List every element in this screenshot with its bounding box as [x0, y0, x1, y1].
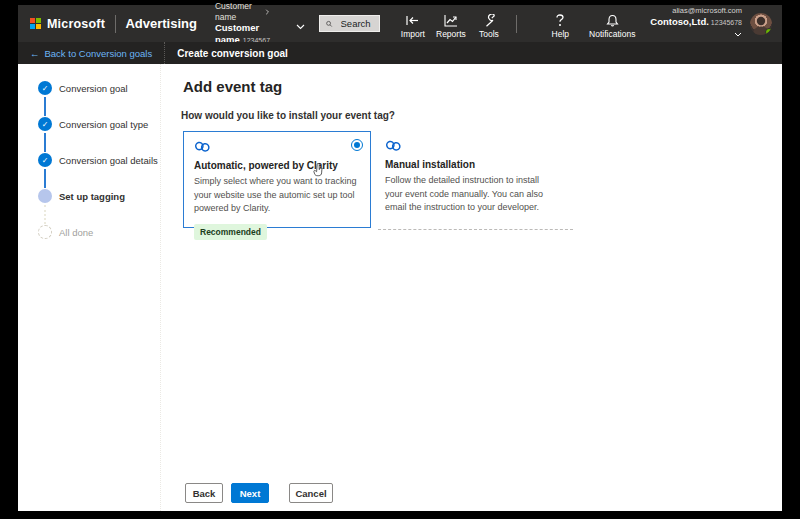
nav-help-label: Help — [552, 29, 569, 39]
user-avatar[interactable] — [750, 13, 772, 35]
account-chevron-down-icon — [734, 32, 742, 37]
card-description: Follow the detailed instruction to insta… — [385, 174, 557, 215]
card-title: Manual installation — [385, 159, 563, 170]
recommended-badge: Recommended — [194, 224, 267, 240]
step-todo-icon — [38, 225, 52, 239]
account-email: alias@microsoft.com — [650, 6, 742, 16]
microsoft-logo-icon — [30, 18, 41, 29]
back-to-conversion-goals-link[interactable]: ← Back to Conversion goals — [18, 48, 152, 59]
divider — [164, 42, 165, 64]
option-card-automatic-clarity[interactable]: Automatic, powered by Clarity Simply sel… — [183, 131, 371, 228]
link-rings-icon — [194, 140, 211, 153]
step-complete-icon: ✓ — [38, 81, 52, 95]
main-content: ✓ Conversion goal ✓ Conversion goal type… — [18, 64, 782, 511]
search-input[interactable] — [339, 17, 373, 30]
top-nav-right: Help Notifications — [538, 9, 642, 39]
customer-chevron-down-icon[interactable] — [296, 24, 305, 30]
tools-icon — [482, 14, 496, 27]
import-icon — [405, 14, 420, 27]
step-complete-icon: ✓ — [38, 153, 52, 167]
presence-available-icon — [765, 28, 772, 35]
step-conversion-goal-details[interactable]: ✓ Conversion goal details — [28, 142, 168, 178]
nav-help[interactable]: Help — [538, 9, 582, 39]
back-arrow-icon: ← — [30, 48, 40, 59]
step-current-icon — [38, 189, 52, 203]
nav-reports-label: Reports — [436, 29, 466, 39]
nav-import-label: Import — [401, 29, 425, 39]
search-icon — [326, 19, 332, 29]
search-box[interactable] — [319, 15, 380, 32]
option-card-manual-installation[interactable]: Manual installation Follow the detailed … — [375, 131, 573, 228]
page-title: Add event tag — [183, 78, 282, 95]
nav-tools[interactable]: Tools — [470, 9, 508, 39]
account-selector[interactable]: alias@microsoft.com Contoso,Ltd.12345678 — [650, 6, 742, 40]
card-bottom-dashed-divider — [378, 229, 573, 230]
reports-icon — [443, 14, 458, 27]
nav-reports[interactable]: Reports — [432, 9, 470, 39]
link-rings-icon — [385, 139, 402, 152]
nav-tools-label: Tools — [479, 29, 499, 39]
nav-import[interactable]: Import — [394, 9, 432, 39]
bell-icon — [606, 14, 619, 27]
wizard-stepper: ✓ Conversion goal ✓ Conversion goal type… — [28, 70, 168, 250]
next-button[interactable]: Next — [231, 483, 269, 503]
help-icon — [554, 14, 566, 27]
customer-breadcrumb: Customer name — [215, 1, 261, 22]
top-nav: Import Reports Tools — [394, 9, 508, 39]
step-label: Conversion goal — [59, 83, 128, 94]
step-conversion-goal-type[interactable]: ✓ Conversion goal type — [28, 106, 168, 142]
step-label: All done — [59, 227, 93, 238]
install-question: How would you like to install your event… — [181, 110, 395, 121]
step-label: Conversion goal type — [59, 119, 148, 130]
app-window: Microsoft Advertising Customer name Cust… — [18, 5, 782, 511]
nav-notifications-label: Notifications — [589, 29, 635, 39]
step-all-done[interactable]: All done — [28, 214, 168, 250]
step-label: Set up tagging — [59, 191, 125, 202]
wizard-buttons: Back Next Cancel — [185, 483, 333, 503]
account-company: Contoso,Ltd. — [650, 16, 709, 27]
step-set-up-tagging[interactable]: Set up tagging — [28, 178, 168, 214]
cancel-button[interactable]: Cancel — [289, 483, 333, 503]
brand-text: Microsoft — [47, 17, 105, 31]
nav-notifications[interactable]: Notifications — [582, 9, 642, 39]
chevron-right-icon — [265, 8, 270, 16]
radio-selected-icon[interactable] — [351, 139, 363, 151]
card-title: Automatic, powered by Clarity — [194, 160, 360, 171]
wizard-title: Create conversion goal — [177, 48, 288, 59]
back-link-label: Back to Conversion goals — [45, 48, 153, 59]
back-button[interactable]: Back — [185, 483, 223, 503]
customer-selector[interactable]: Customer name Customer name1234567 — [215, 1, 270, 46]
step-label: Conversion goal details — [59, 155, 158, 166]
step-complete-icon: ✓ — [38, 117, 52, 131]
account-number: 12345678 — [711, 19, 742, 26]
card-description: Simply select where you want to tracking… — [194, 175, 366, 216]
step-conversion-goal[interactable]: ✓ Conversion goal — [28, 70, 168, 106]
top-app-bar: Microsoft Advertising Customer name Cust… — [18, 5, 782, 42]
wizard-header-bar: ← Back to Conversion goals Create conver… — [18, 42, 782, 64]
product-name: Advertising — [125, 16, 197, 31]
microsoft-logo[interactable]: Microsoft — [18, 17, 105, 31]
